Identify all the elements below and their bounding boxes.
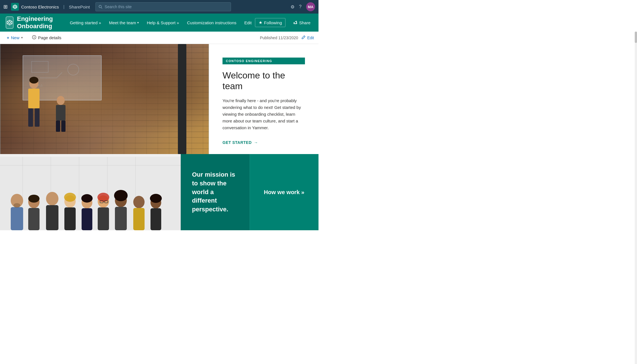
svg-point-0	[14, 6, 16, 8]
svg-point-46	[28, 195, 40, 203]
chevron-down-icon: ▾	[137, 21, 139, 25]
svg-rect-28	[35, 108, 40, 127]
svg-line-8	[101, 7, 102, 8]
svg-point-10	[9, 22, 11, 24]
top-nav-bar: ⊞ Contoso Electronics | SharePoint ⚙ ? M	[0, 0, 318, 14]
how-we-work-box[interactable]: How we work »	[250, 154, 319, 230]
site-nav-bar: Engineering Onboarding Getting started »…	[0, 14, 318, 32]
svg-point-51	[64, 193, 76, 202]
toolbar-right-info: Published 11/23/2020 Edit	[260, 35, 314, 40]
new-button[interactable]: + New ▾	[5, 34, 25, 41]
svg-rect-42	[11, 207, 23, 230]
svg-rect-26	[28, 89, 40, 108]
help-icon[interactable]: ?	[299, 4, 302, 9]
user-avatar[interactable]: MA	[306, 2, 315, 11]
team-svg	[0, 157, 181, 230]
hero-section: ◇ ✕ △ CONTOSO ENGINEERING	[0, 44, 318, 154]
svg-point-64	[133, 196, 145, 208]
search-box[interactable]	[95, 2, 231, 11]
svg-line-15	[11, 21, 12, 22]
team-photo	[0, 154, 181, 230]
svg-point-30	[57, 96, 65, 105]
hero-description: You're finally here - and you're probabl…	[222, 97, 305, 131]
mission-box: Our mission is to show the world a diffe…	[181, 154, 250, 230]
page-details-icon	[32, 35, 36, 40]
waffle-icon[interactable]: ⊞	[3, 4, 8, 10]
published-date: Published 11/23/2020	[260, 36, 298, 40]
site-logo[interactable]: Engineering Onboarding	[6, 15, 57, 30]
company-name-label: Contoso Electronics	[21, 5, 59, 9]
svg-rect-50	[64, 207, 76, 230]
site-logo-icon	[6, 16, 14, 29]
site-nav-actions: ★ Following Share	[255, 18, 314, 27]
svg-line-16	[7, 23, 9, 24]
hero-right-content: CONTOSO ENGINEERING Welcome to the team …	[209, 44, 318, 154]
bottom-section: Our mission is to show the world a diffe…	[0, 154, 318, 230]
page-toolbar: + New ▾ Page details Published 11/23/202…	[0, 32, 318, 44]
svg-rect-27	[28, 108, 33, 127]
svg-rect-32	[56, 120, 60, 132]
svg-point-43	[14, 203, 20, 208]
nav-separator: |	[63, 5, 64, 9]
nav-meet-the-team[interactable]: Meet the team ▾	[106, 18, 142, 27]
star-icon: ★	[259, 20, 262, 25]
site-nav-links: Getting started » Meet the team ▾ Help &…	[66, 18, 255, 27]
page-details-button[interactable]: Page details	[30, 34, 64, 41]
search-input[interactable]	[105, 5, 228, 9]
svg-rect-56	[98, 207, 109, 230]
svg-rect-67	[150, 208, 161, 230]
svg-line-14	[11, 23, 12, 24]
svg-rect-53	[82, 208, 92, 230]
svg-rect-31	[56, 105, 66, 120]
plus-icon: +	[7, 35, 9, 40]
edit-icon	[302, 35, 306, 40]
how-we-work-label: How we work »	[264, 189, 304, 196]
get-started-link[interactable]: GET STARTED →	[222, 140, 305, 145]
company-logo[interactable]: Contoso Electronics	[11, 3, 59, 11]
settings-icon[interactable]: ⚙	[291, 4, 294, 10]
share-button[interactable]: Share	[290, 19, 314, 27]
svg-point-19	[34, 36, 34, 37]
svg-point-47	[46, 192, 58, 205]
app-name-label: SharePoint	[69, 5, 90, 9]
new-dropdown-icon: ▾	[21, 36, 23, 40]
mission-text: Our mission is to show the world a diffe…	[192, 170, 238, 214]
site-title-label: Engineering Onboarding	[17, 15, 57, 30]
hero-image: ◇ ✕ △	[0, 44, 209, 154]
svg-rect-33	[61, 120, 66, 132]
nav-getting-started[interactable]: Getting started »	[66, 18, 104, 27]
share-icon	[293, 20, 297, 25]
company-logo-icon	[11, 3, 19, 11]
svg-line-13	[7, 21, 9, 22]
main-content: ◇ ✕ △ CONTOSO ENGINEERING	[0, 44, 318, 230]
following-button[interactable]: ★ Following	[255, 18, 285, 27]
arrow-icon: →	[254, 140, 258, 145]
svg-point-68	[150, 194, 162, 203]
edit-button[interactable]: Edit	[302, 35, 314, 40]
nav-edit[interactable]: Edit	[241, 18, 255, 27]
search-icon	[99, 5, 102, 9]
hero-title: Welcome to the team	[222, 70, 305, 92]
svg-point-57	[97, 193, 109, 202]
hero-badge: CONTOSO ENGINEERING	[222, 58, 305, 64]
hero-figures-svg	[17, 67, 73, 146]
svg-rect-48	[46, 205, 58, 230]
svg-point-29	[29, 77, 38, 84]
top-nav-right-actions: ⚙ ? MA	[291, 2, 315, 11]
svg-rect-62	[115, 207, 127, 230]
toolbar-left-actions: + New ▾ Page details	[5, 34, 64, 41]
svg-rect-65	[133, 208, 145, 230]
nav-help-support[interactable]: Help & Support »	[143, 18, 182, 27]
svg-point-63	[114, 190, 128, 201]
svg-rect-45	[28, 208, 40, 230]
svg-point-54	[81, 194, 93, 203]
nav-customization[interactable]: Customization instructions	[184, 18, 240, 27]
